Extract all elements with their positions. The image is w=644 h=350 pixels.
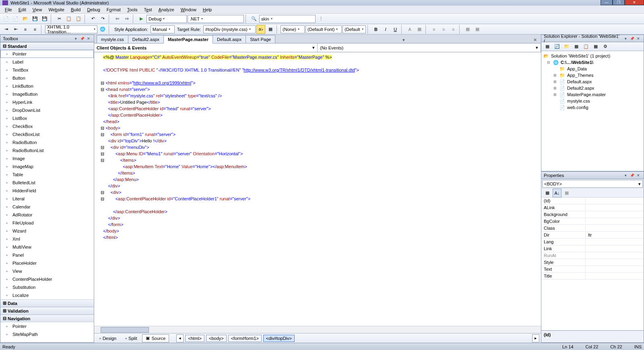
property-pages-button[interactable]: ▦ <box>562 189 571 198</box>
toolbox-item[interactable]: ▫Pointer <box>0 50 94 58</box>
italic-button[interactable]: I <box>381 25 390 34</box>
tab-masterpage[interactable]: MasterPage.master <box>163 35 213 43</box>
copy-button[interactable]: 📋 <box>582 42 590 51</box>
breadcrumb-div[interactable]: <div#topDiv> <box>263 335 295 342</box>
find-button[interactable]: 🔍 <box>250 14 258 23</box>
toolbox-item[interactable]: ▫DropDownList <box>0 106 94 114</box>
tree-item[interactable]: 📁App_Data <box>543 66 642 72</box>
menu-format[interactable]: Format <box>103 6 124 13</box>
undo-button[interactable]: ↶ <box>89 14 97 23</box>
outdent-button[interactable]: ⇤ <box>11 25 20 34</box>
nav-back-button[interactable]: ⇦ <box>113 14 122 23</box>
toolbox-item[interactable]: ▫FileUpload <box>0 219 94 227</box>
find-combo[interactable]: skin▾ <box>259 15 316 23</box>
breadcrumb-body[interactable]: <body> <box>206 335 227 342</box>
numbered-list-button[interactable]: ≡ <box>439 25 448 34</box>
tree-item[interactable]: ⊞📄Default.aspx <box>543 78 642 85</box>
breadcrumb-form[interactable]: <form#form1> <box>228 335 262 342</box>
toolbox-item[interactable]: ▫View <box>0 267 94 275</box>
property-row[interactable]: Dirltr <box>541 232 644 239</box>
breadcrumb-html[interactable]: <html> <box>185 335 204 342</box>
tab-close-icon[interactable]: ✕ <box>532 37 539 43</box>
properties-object-combo[interactable]: <BODY>▾ <box>542 180 643 188</box>
minimize-button[interactable]: — <box>601 0 613 5</box>
toolbox-item[interactable]: ▫LinkButton <box>0 82 94 90</box>
comment-button[interactable]: ≡ <box>21 25 30 34</box>
tab-default[interactable]: Default.aspx <box>213 35 246 43</box>
tree-solution[interactable]: 📂Solution 'WebSite1' (1 project) <box>543 53 642 59</box>
dropdown-icon[interactable]: ▾ <box>623 36 628 41</box>
toolbox-item[interactable]: ▫Wizard <box>0 227 94 235</box>
alphabetical-button[interactable]: A↓ <box>553 189 561 198</box>
fonttag-combo[interactable]: (None)▾ <box>281 25 305 33</box>
save-all-button[interactable]: 💾 <box>40 14 49 23</box>
start-debug-button[interactable]: ▶ <box>137 14 146 23</box>
toolbox-item[interactable]: ▫BulletedList <box>0 179 94 187</box>
toolbox-item[interactable]: ▫ImageButton <box>0 90 94 98</box>
tree-item[interactable]: ⊞📄Default2.aspx <box>543 85 642 91</box>
cut-button[interactable]: ✂ <box>55 14 64 23</box>
toolbox-item[interactable]: ▫ListBox <box>0 114 94 122</box>
maximize-button[interactable]: ❐ <box>613 0 625 5</box>
tree-item[interactable]: 📄web.config <box>543 104 642 111</box>
close-icon[interactable]: ✕ <box>636 36 641 41</box>
dropdown-icon[interactable]: ▾ <box>73 36 78 41</box>
toolbox-item[interactable]: ▫ImageMap <box>0 163 94 171</box>
toolbox-item[interactable]: ▫HyperLink <box>0 98 94 106</box>
fontsize-combo[interactable]: (Default▾ <box>343 25 366 33</box>
toolbox-item[interactable]: ▫CheckBox <box>0 122 94 130</box>
property-row[interactable]: Background <box>541 211 644 218</box>
menu-debug[interactable]: Debug <box>84 6 103 13</box>
overflow-button[interactable]: ⋮ <box>316 14 325 23</box>
styleapp-combo[interactable]: Manual▾ <box>151 25 175 33</box>
underline-button[interactable]: U <box>391 25 400 34</box>
toolbox-item[interactable]: ▫TextBox <box>0 66 94 74</box>
menu-build[interactable]: Build <box>68 6 84 13</box>
add-item-button[interactable]: 📄 <box>11 14 20 23</box>
show-overlay-button[interactable]: ▦ <box>266 25 275 34</box>
save-button[interactable]: 💾 <box>31 14 39 23</box>
toolbox-item[interactable]: ▫Panel <box>0 251 94 259</box>
property-row[interactable]: Class <box>541 225 644 232</box>
toolbox-item[interactable]: ▫Calendar <box>0 203 94 211</box>
pin-icon[interactable]: 📌 <box>629 173 635 178</box>
toolbox-cat-standard[interactable]: ⊟Standard <box>0 42 94 50</box>
uncomment-button[interactable]: ≡ <box>31 25 39 34</box>
open-button[interactable]: 📂 <box>21 14 30 23</box>
tab-mystyle[interactable]: mystyle.css <box>97 35 128 43</box>
menu-test[interactable]: Test <box>140 6 155 13</box>
tree-item[interactable]: ⊞📁App_Themes <box>543 72 642 78</box>
properties-button[interactable]: ▦ <box>543 42 552 51</box>
fontname-combo[interactable]: (Default Font)▾ <box>305 25 342 33</box>
tree-project[interactable]: ⊟🌐C:\…\WebSite1\ <box>543 59 642 66</box>
table-button[interactable]: ▦ <box>463 25 472 34</box>
toolbox-item[interactable]: ▫Button <box>0 74 94 82</box>
toolbox-item[interactable]: ▫PlaceHolder <box>0 259 94 267</box>
menu-file[interactable]: File <box>2 6 15 13</box>
pin-icon[interactable]: 📌 <box>629 36 635 41</box>
design-view-button[interactable]: ▫ Design <box>96 334 120 342</box>
refresh-button[interactable]: 🔄 <box>553 42 561 51</box>
toolbox-item[interactable]: ▫Image <box>0 154 94 163</box>
dropdown-icon[interactable]: ▾ <box>623 173 628 178</box>
property-row[interactable]: Text <box>541 266 644 273</box>
code-editor[interactable]: <%@ Master Language="C#" AutoEventWireup… <box>94 52 541 326</box>
toolbox-item[interactable]: ▫Pointer <box>0 322 94 330</box>
categorized-button[interactable]: ▦ <box>543 189 552 198</box>
toolbox-cat-data[interactable]: ⊞Data <box>0 299 94 307</box>
indent-button[interactable]: ⇥ <box>2 25 10 34</box>
asp-config-button[interactable]: ⚙ <box>601 42 610 51</box>
split-view-button[interactable]: ▫ Split <box>122 334 140 342</box>
pin-icon[interactable]: 📌 <box>79 36 85 41</box>
bold-button[interactable]: B <box>372 25 380 34</box>
view-button[interactable]: ▦ <box>572 42 581 51</box>
toolbox-item[interactable]: ▫RadioButton <box>0 138 94 146</box>
tab-default2[interactable]: Default2.aspx <box>128 35 164 43</box>
toolbox-item[interactable]: ▫CheckBoxList <box>0 130 94 138</box>
toolbox-cat-validation[interactable]: ⊞Validation <box>0 307 94 315</box>
align-left-button[interactable]: ≡ <box>429 25 438 34</box>
breadcrumb-prev-button[interactable]: ◂ <box>176 334 184 342</box>
property-row[interactable]: Title <box>541 273 644 280</box>
copy-button[interactable]: 📋 <box>64 14 73 23</box>
property-row[interactable]: BgColor <box>541 218 644 225</box>
